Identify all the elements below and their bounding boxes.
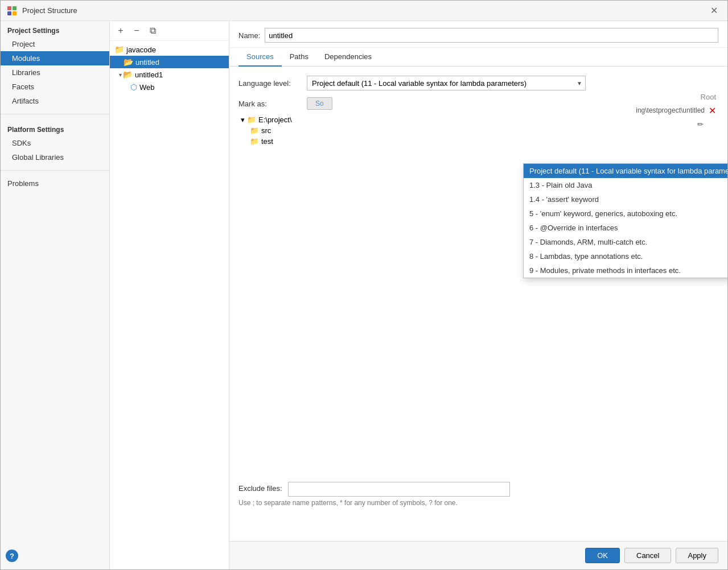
root-path: ing\testprogect\untitled (636, 106, 705, 114)
sidebar-item-project[interactable]: Project (1, 37, 109, 51)
tree-item-javacode[interactable]: 📁 javacode (110, 43, 229, 56)
exclude-files-input[interactable] (288, 482, 510, 497)
tabs-row: Sources Paths Dependencies (229, 48, 727, 67)
ok-button[interactable]: OK (585, 548, 620, 563)
tab-dependencies[interactable]: Dependencies (316, 48, 380, 67)
dropdown-option-8[interactable]: 8 - Lambdas, type annotations etc. (524, 249, 727, 263)
folder-icon: 📁 (114, 45, 124, 54)
remove-module-button[interactable]: − (130, 24, 143, 37)
remove-root-button[interactable]: ✕ (709, 105, 716, 116)
tree-test[interactable]: 📁 test (238, 136, 718, 147)
edit-icon[interactable]: ✏ (697, 120, 704, 129)
language-level-row: Language level: Project default (11 - Lo… (238, 76, 718, 90)
dropdown-option-7[interactable]: 7 - Diamonds, ARM, multi-catch etc. (524, 235, 727, 249)
tree-src[interactable]: 📁 src (238, 125, 718, 136)
module-tree-panel: + − ⧉ 📁 javacode 📂 untitled ▾ 📂 (110, 21, 229, 569)
platform-settings-title: Platform Settings (1, 120, 109, 136)
app-icon (6, 5, 18, 16)
main-content: Project Settings Project Modules Librari… (1, 21, 727, 569)
language-level-select[interactable]: Project default (11 - Local variable syn… (307, 76, 586, 90)
bottom-bar: OK Cancel Apply (229, 541, 727, 569)
svg-rect-2 (7, 11, 11, 15)
project-settings-title: Project Settings (1, 21, 109, 37)
sidebar-item-facets[interactable]: Facets (1, 80, 109, 94)
cancel-button[interactable]: Cancel (624, 548, 671, 563)
panel-body: Language level: Project default (11 - Lo… (229, 67, 727, 541)
right-panel: Name: Sources Paths Dependencies Languag… (229, 21, 727, 569)
tab-paths[interactable]: Paths (282, 48, 316, 67)
copy-module-button[interactable]: ⧉ (146, 24, 159, 37)
title-bar: Project Structure ✕ (1, 1, 727, 21)
module-toolbar: + − ⧉ (110, 21, 229, 41)
svg-rect-0 (7, 6, 11, 10)
sidebar-item-global-libraries[interactable]: Global Libraries (1, 150, 109, 164)
name-row: Name: (229, 21, 727, 48)
dropdown-option-6[interactable]: 6 - @Override in interfaces (524, 221, 727, 235)
exclude-files-row: Exclude files: Use ; to separate name pa… (229, 482, 727, 507)
tree-item-untitled1[interactable]: ▾ 📂 untitled1 (110, 68, 229, 81)
tree-item-untitled[interactable]: 📂 untitled (110, 56, 229, 68)
expand-arrow: ▾ (119, 72, 122, 78)
sidebar-item-artifacts[interactable]: Artifacts (1, 94, 109, 108)
sidebar-item-problems[interactable]: Problems (1, 176, 109, 191)
dropdown-option-1-3[interactable]: 1.3 - Plain old Java (524, 178, 727, 192)
dropdown-option-5[interactable]: 5 - 'enum' keyword, generics, autoboxing… (524, 206, 727, 221)
web-icon: ⬡ (130, 82, 137, 92)
name-input[interactable] (265, 28, 718, 43)
language-level-label: Language level: (238, 79, 301, 88)
folder-icon: 📁 (250, 126, 259, 135)
sidebar-item-libraries[interactable]: Libraries (1, 65, 109, 80)
folder-icon: 📁 (247, 115, 256, 124)
module-tree-content: 📁 javacode 📂 untitled ▾ 📂 untitled1 ⬡ (110, 41, 229, 569)
mark-as-label: Mark as: (238, 100, 301, 108)
folder-icon: 📂 (123, 70, 133, 79)
source-tree: ▾ 📁 E:\project\ 📁 src 📁 test (238, 114, 718, 147)
svg-rect-1 (13, 6, 17, 10)
mark-sources-button[interactable]: So (307, 97, 332, 110)
folder-icon: 📁 (250, 137, 259, 146)
dropdown-option-9[interactable]: 9 - Modules, private methods in interfac… (524, 263, 727, 278)
language-level-dropdown-wrapper: Project default (11 - Local variable syn… (307, 76, 586, 90)
name-label: Name: (238, 31, 260, 40)
apply-button[interactable]: Apply (676, 548, 718, 563)
tab-sources[interactable]: Sources (238, 48, 282, 67)
tree-item-web[interactable]: ⬡ Web (110, 81, 229, 93)
svg-rect-3 (13, 11, 17, 15)
tree-path-root[interactable]: ▾ 📁 E:\project\ (238, 114, 718, 125)
dropdown-option-1-4[interactable]: 1.4 - 'assert' keyword (524, 192, 727, 206)
add-module-button[interactable]: + (114, 24, 127, 37)
exclude-files-label: Exclude files: (238, 484, 282, 493)
sidebar-item-modules[interactable]: Modules (1, 51, 109, 65)
folder-icon: 📂 (124, 57, 133, 67)
sidebar-divider-2 (1, 170, 109, 171)
close-button[interactable]: ✕ (706, 3, 722, 19)
root-label: Root (701, 93, 716, 101)
project-structure-window: Project Structure ✕ Project Settings Pro… (0, 0, 728, 570)
language-dropdown-popup: Project default (11 - Local variable syn… (523, 163, 727, 278)
help-button[interactable]: ? (6, 550, 18, 562)
path-arrow-icon: ▾ (241, 115, 245, 124)
sidebar: Project Settings Project Modules Librari… (1, 21, 110, 569)
dropdown-option-project-default[interactable]: Project default (11 - Local variable syn… (524, 164, 727, 178)
exclude-files-hint: Use ; to separate name patterns, * for a… (238, 499, 718, 507)
sidebar-divider (1, 114, 109, 114)
sidebar-item-sdks[interactable]: SDKs (1, 136, 109, 150)
window-title: Project Structure (22, 6, 706, 15)
